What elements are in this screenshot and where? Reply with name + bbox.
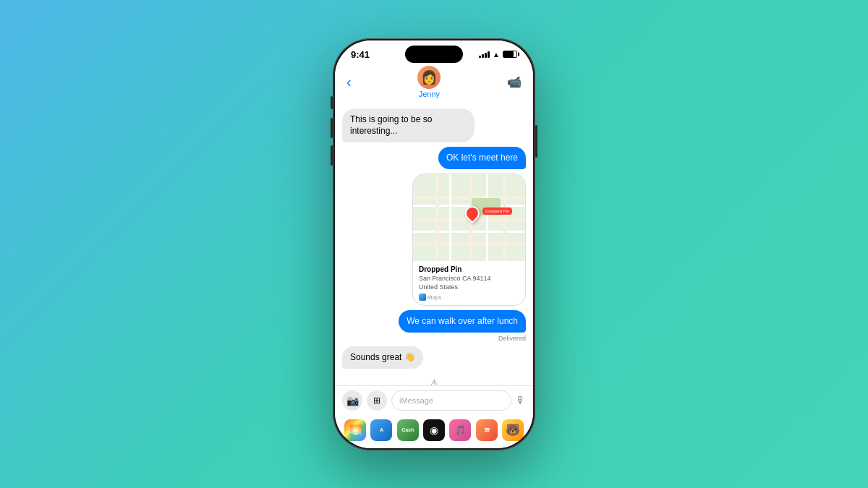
map-pin: Dropped Pin (465, 206, 480, 223)
bubble-text-2: OK let's meet here (446, 153, 518, 163)
signal-bars (479, 51, 490, 58)
music-app-icon[interactable]: 🎵 (449, 419, 471, 441)
photos-icon: 🌅 (349, 424, 362, 436)
memoji-icon: 🐻 (506, 423, 520, 437)
bubble-text-6: Sounds great 👋 (350, 352, 415, 362)
messages-list: This is going to be so interesting... OK… (335, 103, 533, 385)
map-title: Dropped Pin (419, 265, 519, 273)
status-time: 9:41 (351, 49, 370, 60)
map-source: Maps (419, 294, 519, 301)
bubble-received-6: Sounds great 👋 (342, 346, 423, 369)
status-icons: ▲ (479, 51, 517, 59)
battery-icon (503, 51, 517, 58)
cash-icon-label: Cash (401, 427, 414, 432)
contact-name: Jenny (419, 90, 440, 98)
apps-button[interactable]: ⊞ (367, 390, 387, 411)
input-bar: 📷 ⊞ iMessage 🎙 (335, 385, 533, 415)
video-call-button[interactable]: 📹 (507, 75, 522, 89)
map-info: Dropped Pin San Francisco CA 94114 Unite… (413, 261, 525, 305)
map-address: San Francisco CA 94114 United States (419, 274, 519, 292)
bubble-text-4: We can walk over after lunch (407, 316, 518, 326)
message-placeholder: iMessage (399, 396, 433, 405)
bubble-text-1: This is going to be so interesting... (350, 114, 432, 137)
memoji-app-icon[interactable]: 🐻 (502, 419, 524, 441)
apps-icon: ⊞ (373, 395, 380, 406)
bubble-sent-2: OK let's meet here (438, 147, 526, 169)
contact-avatar: 👩 (417, 66, 441, 89)
message-sent-4: We can walk over after lunch (342, 310, 526, 333)
mute-button[interactable] (331, 96, 333, 109)
music-icon: 🎵 (455, 425, 466, 435)
wifi-icon: ▲ (493, 51, 500, 59)
appstore-icon-label: A (380, 427, 383, 432)
map-bubble[interactable]: Dropped Pin Dropped Pin San Francisco CA… (412, 174, 526, 306)
audio-app-icon[interactable]: ≋ (476, 419, 498, 441)
volume-up-button[interactable] (331, 118, 333, 138)
delivered-label: Delivered (342, 335, 526, 342)
phone-screen: 9:41 ▲ ‹ 👩 Jenny (335, 40, 533, 448)
message-received-1: This is going to be so interesting... (342, 108, 526, 143)
app-bar: 🌅 A Cash ◉ 🎵 ≋ 🐻 (335, 415, 533, 448)
message-sent-2: OK let's meet here (342, 147, 526, 169)
bubble-received-1: This is going to be so interesting... (342, 108, 475, 143)
back-button[interactable]: ‹ (346, 74, 352, 90)
map-message[interactable]: Dropped Pin Dropped Pin San Francisco CA… (342, 174, 526, 306)
message-input[interactable]: iMessage (391, 390, 511, 411)
photos-app-icon[interactable]: 🌅 (344, 419, 366, 441)
camera-button[interactable]: 📷 (342, 390, 362, 411)
appstore-app-icon[interactable]: A (370, 419, 392, 441)
maps-logo (419, 294, 426, 301)
phone-frame: 9:41 ▲ ‹ 👩 Jenny (333, 38, 535, 450)
dynamic-island (405, 46, 463, 63)
dark-icon: ◉ (430, 424, 438, 436)
map-preview: Dropped Pin (413, 174, 525, 261)
contact-header[interactable]: 👩 Jenny (417, 66, 441, 98)
mic-button[interactable]: 🎙 (516, 395, 526, 406)
dark-app-icon[interactable]: ◉ (423, 419, 445, 441)
system-notice: ⚠ An unrecognized device may have been a… (342, 373, 526, 385)
audio-icon: ≋ (484, 426, 490, 434)
bubble-sent-4: We can walk over after lunch (399, 310, 526, 333)
nav-bar: ‹ 👩 Jenny 📹 (335, 63, 533, 103)
message-received-6: Sounds great 👋 (342, 346, 526, 369)
power-button[interactable] (535, 125, 537, 158)
cash-app-icon[interactable]: Cash (397, 419, 419, 441)
camera-icon: 📷 (346, 395, 359, 406)
notice-warning-icon: ⚠ (430, 376, 439, 385)
volume-down-button[interactable] (331, 145, 333, 166)
